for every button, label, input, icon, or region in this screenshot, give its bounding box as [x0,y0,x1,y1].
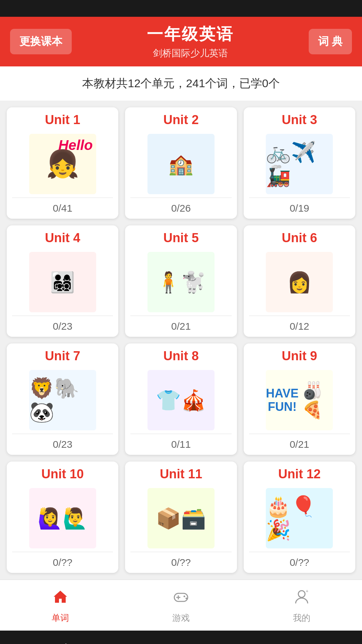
app-header: 更换课本 一年级英语 剑桥国际少儿英语 词 典 [0,17,362,66]
unit-2-progress: 0/26 [125,198,237,219]
unit-5-image: 🧍🐩 [125,249,237,316]
unit-card-3[interactable]: Unit 3 🚲✈️🚂 0/19 [244,107,355,219]
unit-3-image: 🚲✈️🚂 [244,130,355,198]
unit-1-title: Unit 1 [7,107,118,130]
home-button[interactable]: ○ [178,640,186,644]
unit-6-image: 👩 [244,249,355,316]
stats-text: 本教材共12个单元，241个词，已学0个 [82,77,280,90]
units-grid: Unit 1 👧 Hello 0/41 Unit 2 🏫 0/26 Unit 3… [0,101,362,580]
unit-1-progress: 0/41 [7,198,118,219]
unit-7-progress: 0/23 [7,434,118,455]
unit-card-11[interactable]: Unit 11 📦🗃️ 0/?? [125,462,237,573]
dictionary-button[interactable]: 词 典 [309,29,352,54]
svg-point-4 [186,598,187,599]
unit-9-title: Unit 9 [244,343,355,367]
nav-item-profile[interactable]: + 我的 [241,580,362,631]
unit-12-title: Unit 12 [244,462,355,485]
unit-card-7[interactable]: Unit 7 🦁🐘🐼 0/23 [7,343,118,455]
unit-card-6[interactable]: Unit 6 👩 0/12 [244,225,355,337]
nav-games-label: 游戏 [172,612,190,624]
unit-2-title: Unit 2 [125,107,237,130]
nav-item-words[interactable]: 单词 [0,580,121,631]
unit-1-image: 👧 Hello [7,130,118,198]
unit-card-9[interactable]: Unit 9 HAVEFUN! 🎳🍕 0/21 [244,343,355,455]
app-subtitle: 剑桥国际少儿英语 [147,47,234,60]
unit-10-progress: 0/?? [7,552,118,573]
unit-8-progress: 0/11 [125,434,237,455]
home-icon [52,588,69,609]
unit-11-progress: 0/?? [125,552,237,573]
system-nav: ◁ ○ □ [0,631,362,644]
unit-5-title: Unit 5 [125,225,237,249]
unit-4-progress: 0/23 [7,316,118,337]
profile-icon: + [293,588,310,609]
back-button[interactable]: ◁ [56,640,66,644]
unit-7-image: 🦁🐘🐼 [7,367,118,434]
unit-card-8[interactable]: Unit 8 👕🎪 0/11 [125,343,237,455]
unit-3-title: Unit 3 [244,107,355,130]
unit-8-image: 👕🎪 [125,367,237,434]
recent-button[interactable]: □ [298,640,306,644]
unit-4-title: Unit 4 [7,225,118,249]
svg-point-3 [184,596,185,597]
unit-card-12[interactable]: Unit 12 🎂🎈🎉 0/?? [244,462,355,573]
unit-card-2[interactable]: Unit 2 🏫 0/26 [125,107,237,219]
nav-item-games[interactable]: 游戏 [121,580,241,631]
status-bar [0,0,362,17]
unit-5-progress: 0/21 [125,316,237,337]
svg-point-5 [298,591,305,597]
unit-12-progress: 0/?? [244,552,355,573]
unit-12-image: 🎂🎈🎉 [244,485,355,552]
gamepad-icon [172,588,190,609]
unit-9-image: HAVEFUN! 🎳🍕 [244,367,355,434]
change-book-button[interactable]: 更换课本 [10,29,72,54]
unit-11-image: 📦🗃️ [125,485,237,552]
unit-card-10[interactable]: Unit 10 🙋‍♀️🙋‍♂️ 0/?? [7,462,118,573]
unit-7-title: Unit 7 [7,343,118,367]
unit-10-title: Unit 10 [7,462,118,485]
unit-6-title: Unit 6 [244,225,355,249]
svg-text:+: + [306,588,308,594]
unit-4-image: 👨‍👩‍👧‍👦 [7,249,118,316]
app-title: 一年级英语 [147,23,234,45]
unit-6-progress: 0/12 [244,316,355,337]
unit-11-title: Unit 11 [125,462,237,485]
unit-3-progress: 0/19 [244,198,355,219]
stats-bar: 本教材共12个单元，241个词，已学0个 [0,66,362,101]
unit-9-progress: 0/21 [244,434,355,455]
nav-profile-label: 我的 [293,612,310,624]
bottom-nav: 单词 游戏 + 我的 [0,580,362,631]
unit-card-4[interactable]: Unit 4 👨‍👩‍👧‍👦 0/23 [7,225,118,337]
header-center: 一年级英语 剑桥国际少儿英语 [147,23,234,60]
unit-card-1[interactable]: Unit 1 👧 Hello 0/41 [7,107,118,219]
unit-10-image: 🙋‍♀️🙋‍♂️ [7,485,118,552]
unit-card-5[interactable]: Unit 5 🧍🐩 0/21 [125,225,237,337]
nav-words-label: 单词 [52,612,69,624]
unit-2-image: 🏫 [125,130,237,198]
unit-8-title: Unit 8 [125,343,237,367]
